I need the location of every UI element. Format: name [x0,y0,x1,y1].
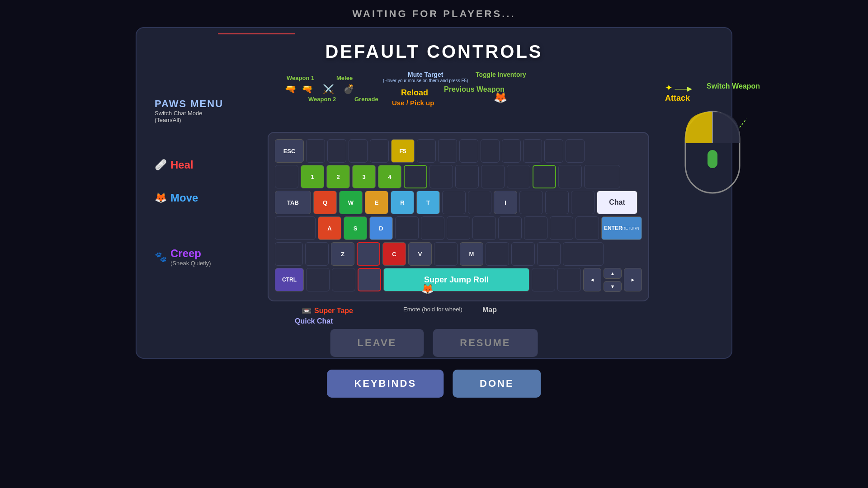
key-a[interactable]: A [318,216,341,240]
controls-modal: DEFAULT CONTROLS PAWS MENU Switch Chat M… [136,27,732,359]
key-2[interactable]: 2 [326,165,350,188]
mouse-annotations: ✦ ——▶ Attack Switch Weapon [663,80,762,105]
key-arrows-ud: ▲ ▼ [604,268,622,292]
key-3[interactable]: 3 [352,165,376,188]
mute-target-annotation: Mute Target (Hover your mouse on them an… [383,71,468,83]
sword-icon: ⚔️ [323,84,334,94]
key-spacebar[interactable]: Super Jump Roll [383,268,529,291]
key-bracket-l [571,191,594,214]
heal-label: 🩹 Heal [155,159,254,171]
key-9 [507,165,530,188]
move-label: 🦊 Move [155,192,254,204]
toggle-inventory-annotation: Toggle Inventory [476,71,526,78]
move-icon: 🦊 [155,192,167,204]
paws-menu-text: PAWS MENU [155,98,254,110]
key-slash [537,242,561,266]
key-1[interactable]: 1 [301,165,324,188]
tape-icon: 📼 [302,306,311,316]
key-x3 [358,268,381,291]
key-4[interactable]: 4 [378,165,401,188]
key-r[interactable]: R [391,191,414,214]
key-q[interactable]: Q [313,191,337,214]
creep-text: Creep [170,247,211,260]
key-empty-11 [544,139,563,163]
key-esc[interactable]: ESC [275,139,304,163]
key-w[interactable]: W [339,191,363,214]
key-v[interactable]: V [408,242,432,266]
key-e[interactable]: E [365,191,388,214]
keybinds-button[interactable]: KEYBINDS [327,370,443,398]
key-k [498,216,522,240]
right-panel: ✦ ——▶ Attack Switch Weapon [663,71,762,206]
fox-sprite: 🦊 [494,91,507,104]
key-ctrl[interactable]: CTRL [275,268,304,291]
emote-text: Emote (hold for wheel) [403,306,462,313]
key-m[interactable]: M [460,242,483,266]
key-altgr [532,268,555,291]
key-row-4: A S D ENTER RETURN [275,216,642,240]
keyboard: ESC F5 1 [268,132,649,301]
pickup-annotation: Use / Pick up [392,99,434,107]
gun1-icon: 🔫 [285,84,296,94]
map-text: Map [482,306,497,314]
key-y [442,191,466,214]
key-b [434,242,458,266]
key-empty-12 [566,139,585,163]
done-button[interactable]: DONE [453,370,541,398]
key-s[interactable]: S [344,216,367,240]
key-g [421,216,444,240]
secondary-buttons: LEAVE RESUME [330,329,538,357]
super-tape-text: Super Tape [314,307,353,315]
key-empty-9 [502,139,521,163]
key-j [472,216,496,240]
leave-button[interactable]: LEAVE [330,329,424,357]
key-z[interactable]: Z [331,242,354,266]
key-enter[interactable]: ENTER RETURN [601,216,642,240]
creep-sub: (Sneak Quietly) [170,260,211,267]
attack-area: ✦ ——▶ [665,82,692,93]
attack-text: Attack [665,94,690,103]
attack-star-icon: ✦ [665,83,673,93]
switch-weapon-text: Switch Weapon [707,82,760,90]
key-8 [481,165,505,188]
weapon-icons: 🔫 🔫 ⚔️ 💣 [285,84,354,94]
svg-rect-2 [708,150,717,168]
key-arrow-down: ▼ [604,281,622,292]
key-period [511,242,535,266]
key-backspace [584,165,620,188]
waiting-text: WAITING FOR PLAYERS... [353,8,516,20]
key-arrow-up: ▲ [604,268,622,279]
switch-chat-text: Switch Chat Mode [155,110,254,117]
key-5 [404,165,427,188]
creep-label: 🐾 Creep (Sneak Quietly) [155,247,254,267]
left-panel: PAWS MENU Switch Chat Mode (Team/All) 🩹 … [155,71,254,267]
key-d[interactable]: D [369,216,393,240]
key-chat[interactable]: Chat [597,191,637,214]
key-i[interactable]: I [494,191,517,214]
key-empty-8 [481,139,500,163]
key-h [447,216,470,240]
key-tilde [275,165,298,188]
key-row-2: 1 2 3 4 [275,165,642,188]
resume-button[interactable]: RESUME [433,329,538,357]
grenade-icon-img: 💣 [343,84,354,94]
key-f5[interactable]: F5 [391,139,415,163]
center-panel: Weapon 1 🔫 🔫 ⚔️ 💣 Weapon 2 Melee Grenade… [268,71,649,340]
key-lshift [275,242,303,266]
weapon1-annotation: Weapon 1 [287,75,314,81]
svg-line-3 [740,116,746,127]
key-6 [429,165,453,188]
key-empty-4 [370,139,389,163]
key-arrow-left: ◄ [583,268,601,291]
key-c[interactable]: C [382,242,406,266]
key-empty-2 [327,139,346,163]
key-empty-3 [349,139,368,163]
key-tab[interactable]: TAB [275,191,311,214]
heal-text: Heal [170,159,193,171]
key-t[interactable]: T [416,191,440,214]
creep-icon: 🐾 [155,251,167,263]
key-o [519,191,543,214]
super-tape-area: 📼 Super Tape [302,306,353,316]
modal-title: DEFAULT CONTROLS [155,42,713,62]
key-0 [533,165,556,188]
